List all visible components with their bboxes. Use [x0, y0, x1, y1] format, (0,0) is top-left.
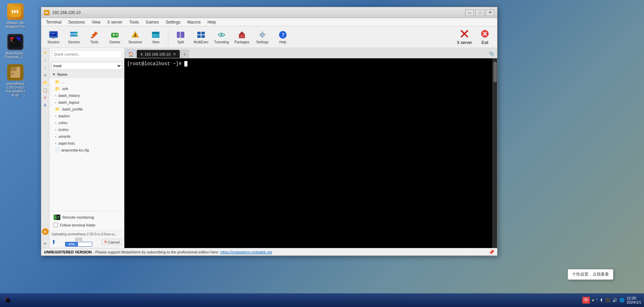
strip-x-btn[interactable]: ✕	[42, 94, 48, 101]
svg-point-47	[262, 34, 263, 35]
file-name-bashrc: .bashrc	[58, 114, 70, 118]
upload-controls: ⬆ [1/1] 47% ✕ Cancel	[51, 237, 122, 247]
tab-session4[interactable]: 4. 192.168.100.10 ✕	[137, 50, 180, 58]
help-icon: ?	[278, 30, 288, 40]
strip-star-btn[interactable]: ★	[42, 49, 48, 56]
file-item-bash-logout[interactable]: ▪ .bash_logout	[49, 99, 124, 106]
toolbar-multiexec[interactable]: MultiExec	[191, 28, 211, 47]
folder-bash-profile-icon: 📁	[55, 107, 60, 112]
view-icon	[151, 30, 160, 40]
toolbar-view[interactable]: View	[146, 28, 165, 47]
file-item-anaconda[interactable]: 📄 anaconda-ks.cfg	[49, 147, 124, 154]
taskbar-mobaterm[interactable]	[3, 296, 14, 304]
path-selector[interactable]: /root/	[51, 62, 122, 70]
file-bashrc-icon: ▪	[55, 114, 56, 118]
tab-home-btn[interactable]: 🏠	[126, 50, 136, 58]
menu-settings[interactable]: Settings	[162, 19, 184, 25]
remote-monitoring-btn[interactable]: >_ Remote monitoring	[51, 213, 122, 221]
toolbar-tools[interactable]: Tools	[85, 28, 104, 47]
cancel-button[interactable]: ✕ Cancel	[102, 239, 122, 245]
window-title: 192.168.100.10	[52, 10, 80, 15]
menu-sessions[interactable]: Sessions	[65, 19, 88, 25]
quick-connect-input[interactable]	[51, 50, 122, 58]
svg-point-22	[76, 32, 77, 33]
close-button[interactable]: ✕	[486, 9, 494, 16]
terminal-content[interactable]: [root@localhost ~]#	[124, 58, 492, 248]
svg-rect-35	[153, 36, 157, 36]
menu-xserver[interactable]: X server	[104, 19, 126, 25]
toolbar-sessions[interactable]: Sessions	[126, 28, 145, 47]
follow-terminal-checkbox[interactable]	[53, 223, 58, 227]
upload-arrow-icon[interactable]: ⬆	[51, 239, 56, 245]
file-item-bash-profile[interactable]: 📁 .bash_profile	[49, 106, 124, 113]
folder-ssh-icon: 📁	[55, 86, 60, 91]
multiexec-label: MultiExec	[194, 40, 208, 44]
progress-container: [1/1] 47%	[58, 237, 99, 247]
strip-orange-btn[interactable]: ●	[42, 228, 49, 235]
desktop-icons: VMware Wo rkstation Pro >_ MobaXterm_Per…	[3, 3, 27, 97]
xserver-button[interactable]: X server	[455, 28, 474, 47]
svg-rect-64	[57, 218, 59, 218]
menu-help[interactable]: Help	[204, 19, 219, 25]
strip-a-btn[interactable]: A	[42, 102, 48, 108]
minimize-button[interactable]: —	[465, 9, 474, 16]
toolbar-servers[interactable]: Servers	[64, 28, 83, 47]
tools-label: Tools	[90, 40, 98, 44]
menu-tools[interactable]: Tools	[126, 19, 142, 25]
servers-label: Servers	[68, 40, 80, 44]
terminal-scrollbar[interactable]	[492, 58, 497, 248]
games-icon	[110, 30, 120, 40]
vmware-icon[interactable]: VMware Wo rkstation Pro	[3, 3, 27, 29]
tab-bar: 🏠 4. 192.168.100.10 ✕ + 📎	[124, 48, 497, 58]
file-item-wget-hsts[interactable]: ▪ .wget-hsts	[49, 140, 124, 147]
terminal-scrollbar-thumb[interactable]	[493, 62, 497, 82]
svg-rect-45	[241, 35, 243, 37]
maximize-button[interactable]: □	[475, 9, 484, 16]
toolbar-packages[interactable]: Packages	[232, 28, 251, 47]
strip-pencil-btn[interactable]: ✏	[42, 240, 48, 247]
menu-games[interactable]: Games	[142, 19, 163, 25]
taskbar-icon-zh[interactable]: 中	[582, 297, 590, 304]
file-name-viminfo: .viminfo	[58, 134, 71, 138]
menu-macros[interactable]: Macros	[184, 19, 204, 25]
strip-down-btn[interactable]: ↓	[42, 57, 48, 63]
status-link[interactable]: https://mobaxterm.mobatek.net	[220, 250, 272, 254]
toolbar-split[interactable]: Split	[171, 28, 190, 47]
strip-folder-btn[interactable]: 📁	[42, 79, 48, 86]
file-item-ssh[interactable]: 📁 .ssh	[49, 85, 124, 92]
exit-button[interactable]: Exit	[475, 28, 494, 47]
file-name-bash-history: .bash_history	[58, 93, 80, 98]
right-popup[interactable]: 个性设置，点我看看	[568, 269, 613, 280]
file-item-bashrc[interactable]: ▪ .bashrc	[49, 113, 124, 119]
file-item-cshrc[interactable]: ▪ .cshrc	[49, 119, 124, 126]
file-wget-icon: ▪	[55, 141, 56, 146]
menu-terminal[interactable]: Terminal	[43, 19, 65, 25]
desktop: VMware Wo rkstation Pro >_ MobaXterm_Per…	[0, 0, 644, 307]
tab-close-icon[interactable]: ✕	[173, 52, 176, 57]
toolbar-session[interactable]: Session	[44, 28, 63, 47]
strip-circle-btn[interactable]: ⊙	[42, 72, 48, 78]
vmware-icon-img	[7, 3, 24, 20]
toolbar-tunneling[interactable]: Tunneling	[212, 28, 231, 47]
toolbar-settings[interactable]: Settings	[253, 28, 272, 47]
svg-rect-27	[113, 34, 114, 36]
file-item-dotdot[interactable]: 📁 ..	[49, 78, 124, 85]
file-item-tcshrc[interactable]: ▪ .tcshrc	[49, 126, 124, 133]
path-bar: /root/	[49, 61, 124, 71]
file-name-bash-logout: .bash_logout	[58, 100, 79, 104]
mobaterm-icon[interactable]: >_ MobaXterm_Personal_2...	[3, 34, 27, 59]
tab-add-btn[interactable]: +	[181, 50, 189, 58]
mobaterm-icon-img: >_	[7, 34, 24, 50]
tarfile-icon[interactable]: gz prometheus-2.50.0-rc0.linux-amd64.tar…	[3, 64, 27, 97]
strip-copy-btn[interactable]: 📋	[42, 87, 48, 93]
toolbar-help[interactable]: ? Help	[273, 28, 292, 47]
svg-rect-18	[53, 38, 54, 38]
menu-view[interactable]: View	[88, 19, 104, 25]
servers-icon	[69, 30, 79, 40]
session-icon	[49, 30, 58, 40]
strip-up-btn[interactable]: ↑	[42, 64, 48, 71]
file-item-viminfo[interactable]: ▪ .viminfo	[49, 133, 124, 140]
file-item-bash-history[interactable]: ▪ .bash_history	[49, 92, 124, 99]
tab-right-icon[interactable]: 📎	[487, 49, 496, 58]
toolbar-games[interactable]: Games	[105, 28, 124, 47]
